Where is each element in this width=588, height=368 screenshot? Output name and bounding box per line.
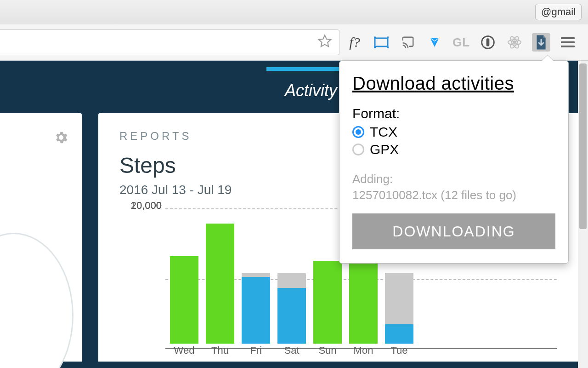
bar-segment-blue [385, 324, 413, 344]
x-label: Tue [385, 345, 413, 356]
radio-label: GPX [370, 142, 399, 157]
x-label: Fri [242, 345, 270, 356]
bar-segment-green [313, 261, 342, 344]
y-tick: 0 [156, 200, 162, 212]
download-activities-popup: Download activities Format: TCXGPX Addin… [339, 61, 569, 264]
browser-toolbar: f? GL [0, 24, 588, 61]
bar-segment-gray [385, 273, 413, 325]
settings-gear-button[interactable] [53, 130, 69, 147]
x-label: Sat [277, 345, 306, 356]
x-label: Wed [170, 345, 198, 356]
hamburger-icon [561, 37, 575, 47]
page-ruler-icon[interactable] [372, 33, 390, 52]
x-label: Mon [349, 345, 378, 356]
x-label: Sun [313, 345, 342, 356]
download-status-text: Adding: 1257010082.tcx (12 files to go) [352, 171, 555, 203]
status-line: 1257010082.tcx (12 files to go) [352, 187, 555, 203]
onepassword-icon[interactable] [479, 33, 497, 52]
gmail-badge[interactable]: @gmail [535, 4, 582, 20]
bar-wed[interactable] [170, 206, 198, 344]
format-label: Format: [352, 106, 555, 121]
bar-thu[interactable] [206, 206, 234, 344]
bookmark-star-icon[interactable] [317, 34, 332, 51]
browser-title-bar: @gmail [0, 0, 588, 24]
scrollbar-thumb[interactable] [579, 63, 587, 229]
bar-segment-gray [277, 273, 306, 288]
browser-menu-button[interactable] [559, 33, 577, 52]
diamond-icon[interactable] [425, 33, 444, 52]
bar-segment-blue [242, 277, 270, 344]
bar-fri[interactable] [242, 206, 270, 344]
progress-arc-icon [0, 233, 74, 368]
svg-rect-2 [487, 39, 489, 46]
format-option-tcx[interactable]: TCX [352, 124, 555, 140]
cast-icon[interactable] [399, 33, 417, 52]
svg-rect-0 [375, 38, 388, 46]
extension-icons-tray: f? GL [345, 33, 588, 52]
x-label: Thu [206, 345, 234, 356]
bar-sun[interactable] [313, 206, 342, 344]
bar-segment-gray [242, 273, 270, 277]
radio-label: TCX [370, 124, 397, 140]
radio-icon [352, 144, 364, 155]
side-card [0, 113, 82, 362]
page-scrollbar[interactable] [578, 61, 588, 368]
gl-extension-icon[interactable]: GL [452, 33, 470, 52]
bar-segment-green [206, 224, 234, 344]
status-line: Adding: [352, 171, 555, 187]
bar-segment-green [349, 255, 378, 344]
popup-title: Download activities [352, 73, 555, 94]
bar-sat[interactable] [277, 206, 306, 344]
download-button[interactable]: DOWNLOADING [352, 213, 555, 249]
bar-segment-blue [277, 288, 306, 344]
whatfont-icon[interactable]: f? [345, 33, 364, 52]
svg-point-3 [513, 41, 516, 44]
react-devtools-icon[interactable] [505, 33, 524, 52]
address-bar[interactable] [0, 29, 340, 55]
radio-icon [352, 126, 364, 138]
bar-segment-green [170, 256, 198, 344]
download-activities-extension-icon[interactable] [532, 33, 550, 52]
format-option-gpx[interactable]: GPX [352, 142, 555, 157]
